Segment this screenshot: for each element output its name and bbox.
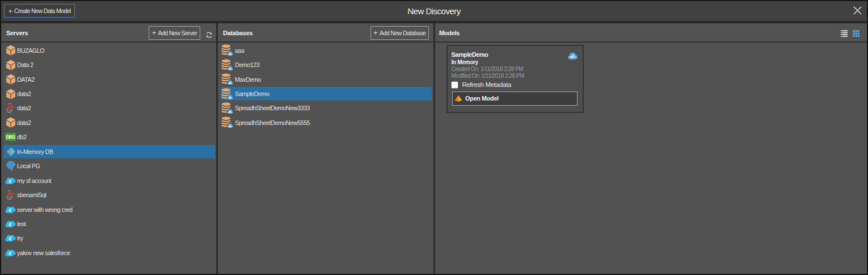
svg-text:DB2: DB2 (6, 135, 15, 140)
